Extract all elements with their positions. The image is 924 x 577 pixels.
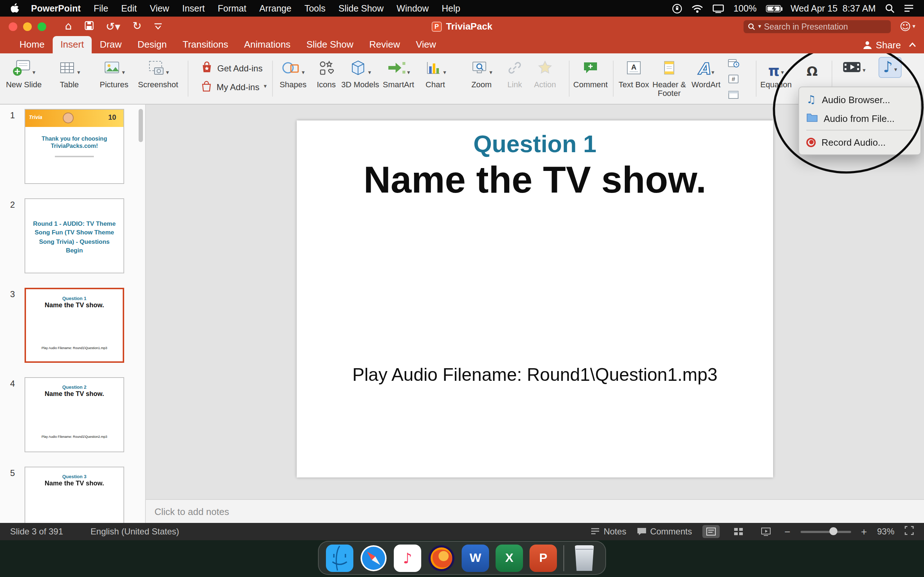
menu-item-audio-from-file[interactable]: Audio from File... [799,109,921,128]
redo-icon[interactable]: ↻ [132,21,142,32]
chart-button[interactable]: ▾ Chart [413,57,458,89]
dock-music-icon[interactable]: ♪ [394,544,421,572]
pictures-button[interactable]: ▾ Pictures [92,57,136,89]
slide-title[interactable]: Name the TV show. [297,158,773,201]
notes-pane[interactable]: Click to add notes [146,499,924,523]
thumbnail-slide-3-selected[interactable]: Question 1 Name the TV show. Play Audio … [24,288,124,363]
tab-animations[interactable]: Animations [236,36,299,53]
table-button[interactable]: ▾ Table [47,57,92,89]
menu-slide-show[interactable]: Slide Show [339,3,384,13]
object-button[interactable] [728,88,739,102]
wifi-icon[interactable] [691,4,703,13]
symbol-button[interactable]: Ω [790,57,835,78]
slide-question-label[interactable]: Question 1 [297,131,773,158]
dock-trash-icon[interactable] [571,544,598,572]
menu-edit[interactable]: Edit [121,3,137,13]
tab-view[interactable]: View [408,36,444,53]
dock-safari-icon[interactable] [360,544,387,572]
tab-slide-show[interactable]: Slide Show [299,36,361,53]
dock-firefox-icon[interactable] [428,544,455,572]
tab-transitions[interactable]: Transitions [175,36,236,53]
date-time-button[interactable] [728,56,739,70]
zoom-slides-icon [471,59,488,78]
privacy-lock-icon[interactable] [672,3,682,13]
addins-store-icon [201,61,213,76]
minimize-window-button[interactable] [23,22,32,31]
zoom-in-button[interactable]: + [861,526,867,537]
notification-list-icon[interactable] [904,4,914,12]
menu-help[interactable]: Help [442,3,460,13]
audio-button[interactable]: ♪▾ [868,57,913,78]
thumbnail-slide-1[interactable]: Trivia 10 Thank you for choosingTriviaPa… [24,109,124,184]
customize-toolbar-icon[interactable] [154,21,162,32]
svg-text:A: A [631,63,636,71]
tab-insert[interactable]: Insert [52,36,92,53]
comments-toggle-button[interactable]: Comments [636,527,692,537]
share-button[interactable]: Share [863,39,901,50]
save-icon[interactable] [84,21,94,32]
get-addins-button[interactable]: Get Add-ins [201,59,267,78]
feedback-smiley-button[interactable]: ☺ ▾ [900,20,915,33]
menu-format[interactable]: Format [218,3,246,13]
search-input[interactable] [764,22,887,31]
svg-text:#: # [732,76,735,82]
screen-mirroring-icon[interactable] [712,4,724,13]
language-indicator[interactable]: English (United States) [90,527,179,537]
screenshot-button[interactable]: ▾ Screenshot [133,57,183,89]
search-scope-chevron-icon: ▾ [758,23,761,29]
comment-button[interactable]: Comment [568,57,613,89]
menu-file[interactable]: File [94,3,108,13]
tab-design[interactable]: Design [129,36,175,53]
tab-draw[interactable]: Draw [92,36,129,53]
new-slide-icon [12,59,31,78]
undo-button[interactable]: ↺▾ [106,21,120,32]
comment-icon [582,59,599,78]
battery-icon[interactable] [766,5,781,12]
zoom-slider[interactable] [801,530,851,533]
slide-number-button[interactable]: # [728,72,739,86]
menu-arrange[interactable]: Arrange [259,3,291,13]
slide-audio-filename[interactable]: Play Audio Filename: Round1\Question1.mp… [297,364,773,385]
fit-slide-button[interactable] [905,526,914,537]
zoom-out-button[interactable]: − [784,526,790,537]
thumbnail-slide-2[interactable]: Round 1 - AUDIO: TV Theme Song Fun (TV S… [24,198,124,273]
chevron-down-icon: ▾ [443,69,446,76]
presentation-search[interactable]: ▾ [744,20,891,33]
thumbnail-slide-4[interactable]: Question 2 Name the TV show. Play Audio … [24,377,124,452]
new-slide-button[interactable]: ▾ New Slide [2,57,46,89]
audio-browser-icon: ♫ [806,93,816,106]
zoom-slider-thumb[interactable] [830,527,838,535]
slideshow-view-button[interactable] [757,525,774,538]
tab-home[interactable]: Home [11,36,52,53]
thumbnail-scrollbar[interactable] [139,109,143,142]
slide-sorter-view-button[interactable] [729,525,747,538]
share-person-icon [863,40,872,49]
dock-finder-icon[interactable] [326,544,353,572]
menu-item-audio-browser[interactable]: ♫ Audio Browser... [799,90,921,109]
menu-view[interactable]: View [150,3,169,13]
chevron-down-icon: ▾ [264,83,267,89]
zoom-percent[interactable]: 93% [877,527,894,537]
chevron-down-icon: ▾ [115,20,120,33]
notes-toggle-button[interactable]: Notes [591,527,626,537]
menu-window[interactable]: Window [397,3,429,13]
menu-app-name[interactable]: PowerPoint [31,3,81,13]
dock-powerpoint-icon[interactable]: P [530,544,557,572]
collapse-ribbon-button[interactable] [908,42,917,48]
home-icon[interactable]: ⌂ [65,21,72,32]
dock-excel-icon[interactable]: X [496,544,523,572]
normal-view-button[interactable] [702,525,719,538]
current-slide[interactable]: Question 1 Name the TV show. Play Audio … [297,121,773,477]
my-addins-button[interactable]: My Add-ins ▾ [201,78,267,97]
menu-tools[interactable]: Tools [304,3,325,13]
zoom-window-button[interactable] [37,22,46,31]
menu-item-record-audio[interactable]: Record Audio... [799,133,921,152]
close-window-button[interactable] [9,22,17,31]
tab-review[interactable]: Review [361,36,408,53]
spotlight-search-icon[interactable] [885,3,894,13]
menu-insert[interactable]: Insert [182,3,205,13]
menubar-clock[interactable]: Wed Apr 15 8:37 AM [790,3,876,13]
apple-logo-icon[interactable] [10,3,19,14]
wordart-button[interactable]: A▾ WordArt [683,57,729,89]
dock-word-icon[interactable]: W [462,544,489,572]
